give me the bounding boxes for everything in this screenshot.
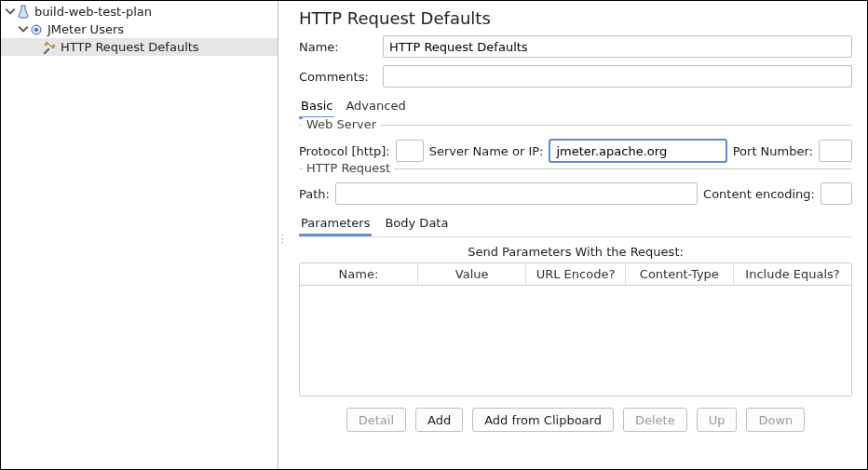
col-url-encode: URL Encode? xyxy=(525,263,624,286)
down-button[interactable]: Down xyxy=(746,408,805,432)
tree-label: JMeter Users xyxy=(47,22,124,36)
app-window: build-web-test-plan JMeter Users HTTP Re… xyxy=(0,0,868,470)
tree-item-http-defaults[interactable]: HTTP Request Defaults xyxy=(1,38,278,56)
params-table-body[interactable] xyxy=(300,286,851,396)
name-label: Name: xyxy=(299,40,383,54)
add-from-clipboard-button[interactable]: Add from Clipboard xyxy=(472,408,614,432)
delete-button[interactable]: Delete xyxy=(623,408,687,432)
server-name-label: Server Name or IP: xyxy=(429,144,544,158)
server-name-input[interactable] xyxy=(549,139,726,163)
web-server-group: Web Server Protocol [http]: Server Name … xyxy=(299,125,852,163)
port-input[interactable] xyxy=(819,140,852,162)
test-plan-tree[interactable]: build-web-test-plan JMeter Users HTTP Re… xyxy=(1,1,278,469)
col-include-equals: Include Equals? xyxy=(733,263,851,286)
tree-label: HTTP Request Defaults xyxy=(61,40,199,54)
protocol-input[interactable] xyxy=(396,140,424,162)
tree-item-test-plan[interactable]: build-web-test-plan xyxy=(1,3,278,20)
up-button[interactable]: Up xyxy=(697,408,738,432)
params-buttons: Detail Add Add from Clipboard Delete Up … xyxy=(299,408,852,432)
path-input[interactable] xyxy=(335,182,698,205)
col-content-type: Content-Type xyxy=(625,263,734,286)
params-table-header: Name: Value URL Encode? Content-Type Inc… xyxy=(300,263,851,286)
svg-point-1 xyxy=(34,28,38,32)
comments-input[interactable] xyxy=(383,65,852,87)
add-button[interactable]: Add xyxy=(415,408,463,432)
beaker-icon xyxy=(16,5,31,20)
tab-basic[interactable]: Basic xyxy=(299,97,334,119)
tab-body-data[interactable]: Body Data xyxy=(383,214,450,236)
protocol-label: Protocol [http]: xyxy=(299,144,390,158)
tree-item-thread-group[interactable]: JMeter Users xyxy=(1,20,278,38)
http-request-group: HTTP Request Path: Content encoding: xyxy=(299,168,852,205)
params-table[interactable]: Name: Value URL Encode? Content-Type Inc… xyxy=(299,262,852,396)
col-value: Value xyxy=(417,263,526,286)
chevron-down-icon[interactable] xyxy=(18,23,29,36)
web-server-legend: Web Server xyxy=(303,117,380,131)
tree-label: build-web-test-plan xyxy=(34,5,152,19)
params-tabs: Parameters Body Data xyxy=(299,214,852,237)
http-request-legend: HTTP Request xyxy=(303,161,394,175)
comments-label: Comments: xyxy=(299,70,383,84)
chevron-down-icon[interactable] xyxy=(5,6,16,19)
encoding-input[interactable] xyxy=(821,182,852,205)
main-tabs: Basic Advanced xyxy=(299,97,852,119)
port-label: Port Number: xyxy=(733,144,813,158)
config-panel: HTTP Request Defaults Name: Comments: Ba… xyxy=(278,1,867,469)
gear-icon xyxy=(29,22,44,37)
comments-row: Comments: xyxy=(299,65,852,87)
detail-button[interactable]: Detail xyxy=(346,408,406,432)
wrench-icon xyxy=(42,40,57,55)
tab-parameters[interactable]: Parameters xyxy=(299,214,372,236)
split-handle[interactable]: ··· xyxy=(278,234,286,245)
encoding-label: Content encoding: xyxy=(703,187,815,201)
page-title: HTTP Request Defaults xyxy=(299,8,852,28)
path-label: Path: xyxy=(299,187,330,201)
tab-advanced[interactable]: Advanced xyxy=(344,97,407,119)
params-caption: Send Parameters With the Request: xyxy=(299,245,852,259)
name-input[interactable] xyxy=(383,35,852,58)
name-row: Name: xyxy=(299,35,852,58)
col-name: Name: xyxy=(300,263,417,286)
